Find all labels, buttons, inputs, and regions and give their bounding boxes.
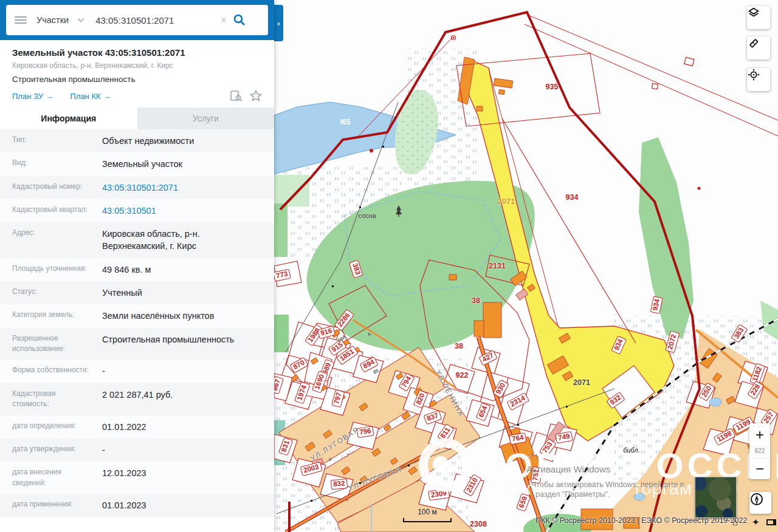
crosshair-icon [747,68,760,81]
overview-map[interactable] [695,477,737,518]
info-row-value: Земельный участок [90,158,274,170]
info-row: Площадь уточненная:49 846 кв. м [0,258,274,281]
map-label: 930 [492,379,509,398]
info-row: Вид:Земельный участок [0,152,274,176]
ruler-icon [747,36,760,50]
map-label: 2071 [573,379,590,387]
info-row-value: Учтенный [90,287,274,299]
panel-tabs: Информация Услуги [0,107,274,129]
map-label: 796 [356,426,374,437]
info-row-value-link[interactable]: 43:05:310501:2071 [90,182,274,194]
info-row: Тип:Объект недвижимости [0,129,274,152]
compass-star-icon[interactable]: ✦ [752,517,760,527]
map-label: 2308 [470,520,487,528]
map-label: 753 [539,438,556,457]
map-labels-layer: I65соснабибл.УЛ.ЛЕНИНАУЛ.ЛУГОВАЯУЛ.ЛУГОВ… [274,0,778,532]
info-row-value: 01.01.2022 [90,421,274,433]
zoom-in-button[interactable]: + [749,423,770,446]
map-label: 811 [437,424,454,443]
search-icon [233,13,246,27]
home-icon[interactable]: ⌂ [732,517,738,527]
zoom-level: 622 [749,446,770,459]
info-row: Кадастровый номер:43:05:310501:2071 [0,176,274,199]
map-label: 383 [349,260,363,279]
map-label: 659 [516,493,531,512]
compass-button[interactable] [749,492,771,514]
map-label: 934 [650,296,663,314]
map-label: 250 [698,382,715,401]
map-label: 2072 [665,331,680,353]
map-label: УЛ.ЛУГОВАЯ [309,426,361,463]
info-panel: Участки × Земельный участок 43:05:310501… [0,0,274,532]
measure-button[interactable] [747,36,770,60]
map-label: 228 [747,380,764,399]
info-row-label: Форма собственности: [0,365,90,375]
info-row: Форма собственности:- [0,360,274,383]
map-canvas[interactable]: I65соснабибл.УЛ.ЛЕНИНАУЛ.ЛУГОВАЯУЛ.ЛУГОВ… [274,0,778,532]
info-row-value: Строительная промышленность [90,333,274,346]
scale-bar: 100 м [403,508,452,522]
map-label: 1690 [312,371,328,394]
map-label: 797 [331,389,345,408]
map-label: 867 [274,376,284,395]
map-label: 935 [546,83,559,91]
search-header: Участки × [0,0,274,40]
info-row-value: Объект недвижимости [90,135,274,147]
layers-button[interactable] [747,6,770,29]
info-row-value: Кировская область, р-н. Верхнекамский, г… [90,228,274,253]
map-label: 751 [531,466,542,484]
map-label: 1974 [294,382,310,404]
info-row-label: Кадастровый номер: [0,182,90,192]
info-row-label: дата внесения сведений: [0,467,90,488]
search-button[interactable] [233,13,246,27]
favorite-star-icon[interactable] [250,90,262,101]
info-row-value-link[interactable]: 43:05:310501 [90,205,274,217]
map-label: 749 [555,431,573,443]
map-label: 9 [329,457,331,462]
search-box: Участки × [6,5,268,35]
info-row-label: Разрешенное использование: [0,333,90,355]
map-label: 773 [274,269,291,282]
map-label: А [367,332,373,338]
info-row: Адрес:Кировская область, р-н. Верхнекамс… [0,222,274,258]
search-category-select[interactable]: Участки [36,15,84,25]
map-label: 934 [566,194,579,202]
map-label: 922 [456,372,469,380]
plan-link[interactable]: План КК → [71,92,111,101]
map-label: 85 [373,368,379,375]
map-label: 2314 [507,392,529,410]
map-label: 831 [278,437,293,456]
zoom-out-button[interactable]: − [749,459,770,479]
locate-button[interactable] [747,68,770,91]
info-row-label: дата применения: [0,499,90,510]
info-row-value: Земли населённых пунктов [90,310,274,322]
layers-icon [747,6,760,19]
info-row-label: Категория земель: [0,310,90,320]
plan-links-row: План ЗУ →План КК → [12,90,262,107]
map-label: I65 [340,118,351,126]
map-label: УЛ.ЛУГОВАЯ [347,465,403,491]
map-label: 2071 [498,197,515,205]
map-label: 7 [346,453,349,458]
map-label: 1198 [714,428,735,445]
info-row-label: Площадь уточненная: [0,264,90,274]
panel-collapse-button[interactable]: ‹ [274,5,283,41]
menu-icon[interactable] [15,15,27,26]
info-row-label: Кадастровая стоимость: [0,389,90,410]
tab-information[interactable]: Информация [0,107,137,129]
search-input[interactable] [94,15,218,26]
clear-search-icon[interactable]: × [221,15,226,26]
info-row-value: 12.01.2023 [90,467,274,479]
info-row: дата утверждения:- [0,438,274,462]
info-row-value: 49 846 кв. м [90,264,274,276]
tab-services[interactable]: Услуги [137,107,275,129]
info-row: Категория земель:Земли населённых пункто… [0,304,274,327]
info-row-label: Тип: [0,135,90,145]
map-label: 2131 [489,262,506,270]
info-row-label: Вид: [0,158,90,168]
map-label: 2310 [463,474,481,497]
plan-link[interactable]: План ЗУ → [12,92,53,101]
extract-search-icon[interactable] [230,90,243,101]
map-label: 38 [455,343,463,350]
map-label: 427 [478,350,497,366]
